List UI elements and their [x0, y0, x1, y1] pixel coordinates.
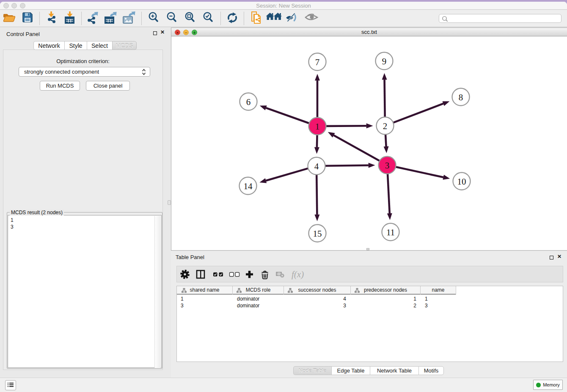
- svg-text:2: 2: [383, 121, 388, 131]
- svg-text:11: 11: [386, 227, 395, 237]
- svg-text:15: 15: [313, 229, 322, 239]
- svg-text:7: 7: [315, 57, 320, 67]
- svg-text:14: 14: [244, 181, 253, 191]
- svg-text:f(x): f(x): [292, 269, 304, 279]
- svg-text:6: 6: [246, 97, 251, 107]
- svg-text:9: 9: [382, 56, 387, 66]
- svg-text:8: 8: [459, 92, 463, 102]
- svg-text:10: 10: [457, 177, 466, 187]
- svg-text:3: 3: [385, 160, 390, 171]
- svg-text:4: 4: [314, 161, 319, 171]
- svg-text:1: 1: [315, 121, 320, 132]
